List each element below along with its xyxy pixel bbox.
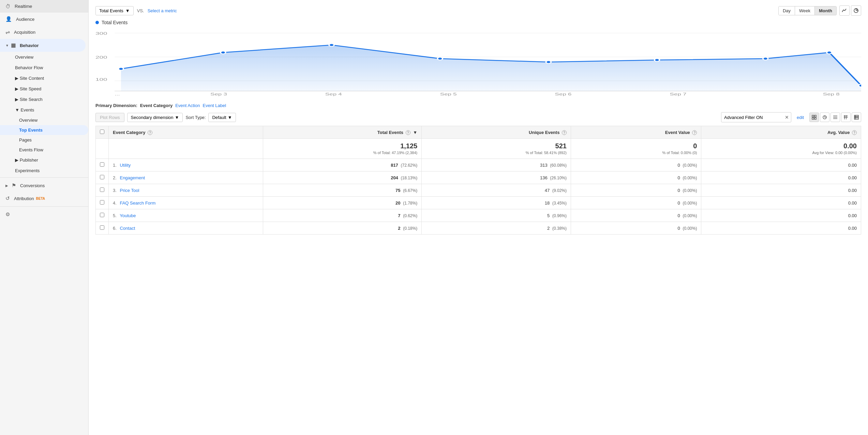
row-3-category-link[interactable]: Price Tool [120,188,139,193]
th-event-value: Event Value ? [571,126,701,139]
row-6-checkbox[interactable] [100,225,104,230]
site-content-arrow: ▶ [15,76,20,81]
row-5-unique-events: 5 (0.96%) [422,209,571,222]
metric-dropdown-arrow: ▼ [125,8,130,13]
sidebar-child-site-content[interactable]: ▶ Site Content [0,73,88,84]
sidebar-label-attribution: Attribution [14,196,34,201]
total-events-help[interactable]: ? [406,130,410,135]
unique-events-help[interactable]: ? [562,130,567,135]
row-6-category-link[interactable]: Contact [120,226,135,231]
filter-input[interactable] [721,115,783,120]
secondary-dim-btn[interactable]: Secondary dimension ▼ [127,113,183,122]
sidebar-child-experiments[interactable]: Experiments [0,165,88,176]
row-1-ev-val: 0 [678,163,680,168]
primary-dim-event-label[interactable]: Event Label [203,103,226,108]
conversions-arrow: ▶ [5,184,8,188]
row-1-category-link[interactable]: Utility [120,163,131,168]
row-5-checkbox[interactable] [100,213,104,217]
sort-type-btn[interactable]: Default ▼ [208,113,236,122]
select-all-checkbox[interactable] [100,130,104,134]
time-btn-week[interactable]: Week [795,6,815,15]
table-pie-view-btn[interactable] [820,112,829,122]
row-1-event-value: 0 (0.00%) [571,159,701,171]
sidebar-child-overview[interactable]: Overview [0,52,88,62]
row-2-checkbox[interactable] [100,175,104,179]
sidebar-child-events[interactable]: ▼ Events [0,105,88,115]
row-3-checkbox[interactable] [100,188,104,192]
sidebar-child-site-search[interactable]: ▶ Site Search [0,94,88,105]
table-row: 4. FAQ Search Form 20 (1.78%) 18 (3.45%)… [96,197,861,209]
row-6-avg-value: 0.00 [701,222,861,235]
sidebar-item-acquisition[interactable]: ⇌ Acquisition [0,26,88,39]
row-4-ev-pct: (0.00%) [683,201,697,206]
svg-point-14 [437,57,443,60]
svg-text:...: ... [115,92,120,96]
sidebar-item-realtime[interactable]: ⏱ Realtime [0,0,88,13]
row-4-checkbox[interactable] [100,200,104,205]
row-2-event-value: 0 (0.00%) [571,171,701,184]
th-unique-events: Unique Events ? [422,126,571,139]
sidebar-item-conversions[interactable]: ▶ ⚑ Conversions [0,179,88,192]
sidebar-grandchild-events-flow[interactable]: Events Flow [0,145,88,155]
th-event-value-label: Event Value [665,130,690,135]
time-btn-month[interactable]: Month [815,6,836,15]
chart-area: 300 200 100 [95,28,861,96]
row-1-checkbox[interactable] [100,162,104,167]
sidebar-label-acquisition: Acquisition [14,30,35,35]
event-value-help[interactable]: ? [692,130,697,135]
svg-text:Sep 6: Sep 6 [555,92,572,96]
row-4-checkbox-cell [96,197,109,209]
line-chart-btn[interactable] [839,5,850,16]
sidebar-child-behavior-flow[interactable]: Behavior Flow [0,62,88,73]
time-btn-day[interactable]: Day [779,6,795,15]
sidebar-item-settings[interactable]: ⚙ [0,208,88,221]
main-content: Total Events ▼ VS. Select a metric Day W… [89,0,868,435]
avg-value-help[interactable]: ? [852,130,857,135]
select-metric-link[interactable]: Select a metric [148,8,177,13]
events-arrow: ▼ [15,107,20,112]
th-total-events-label: Total Events [377,130,403,135]
event-category-help[interactable]: ? [148,130,152,135]
primary-dim-event-action[interactable]: Event Action [175,103,200,108]
th-unique-events-label: Unique Events [529,130,559,135]
sidebar-grandchild-events-overview[interactable]: Overview [0,115,88,125]
row-6-ev-val: 0 [678,226,680,231]
row-4-category: 4. FAQ Search Form [109,197,263,209]
summary-unique-events: 521 % of Total: 58.41% (892) [422,139,571,159]
row-5-total-pct: (0.62%) [403,213,417,218]
row-5-category-link[interactable]: Youtube [120,213,136,218]
row-3-total-pct: (6.67%) [403,188,417,193]
th-checkbox [96,126,109,139]
sidebar-grandchild-top-events[interactable]: Top Events [0,125,88,135]
row-3-checkbox-cell [96,184,109,197]
row-2-total-pct: (18.13%) [401,176,417,180]
sidebar-item-behavior[interactable]: ▼ ▦ Behavior [0,39,86,52]
table-list-view-btn[interactable] [830,112,840,122]
table-pivot-view-btn[interactable] [852,112,861,122]
total-events-sort[interactable]: ▼ [413,130,417,135]
filter-clear-btn[interactable]: ✕ [783,115,791,120]
svg-rect-40 [854,117,858,118]
sidebar-child-site-speed[interactable]: ▶ Site Speed [0,84,88,94]
summary-unique-events-main: 521 [426,142,567,150]
metric-dropdown[interactable]: Total Events ▼ [95,6,134,15]
sidebar-item-attribution[interactable]: ↺ Attribution BETA [0,192,88,205]
sidebar-label-conversions: Conversions [20,183,45,188]
metric-label: Total Events [99,8,123,13]
sidebar-grandchild-pages[interactable]: Pages [0,135,88,145]
svg-point-15 [546,61,551,63]
sidebar-item-audience[interactable]: 👤 Audience [0,13,88,26]
table-compare-view-btn[interactable] [841,112,851,122]
plot-rows-btn[interactable]: Plot Rows [95,113,124,122]
row-2-category-link[interactable]: Engagement [120,175,145,180]
filter-edit-link[interactable]: edit [794,115,807,120]
svg-text:Sep 8: Sep 8 [823,92,840,96]
conversions-icon: ⚑ [12,182,16,189]
table-grid-view-btn[interactable] [809,112,819,122]
row-2-checkbox-cell [96,171,109,184]
table-row: 3. Price Tool 75 (6.67%) 47 (9.02%) 0 (0… [96,184,861,197]
sidebar-child-publisher[interactable]: ▶ Publisher [0,155,88,165]
pie-chart-btn[interactable] [851,5,861,16]
row-4-category-link[interactable]: FAQ Search Form [120,200,155,206]
publisher-arrow: ▶ [15,158,20,163]
